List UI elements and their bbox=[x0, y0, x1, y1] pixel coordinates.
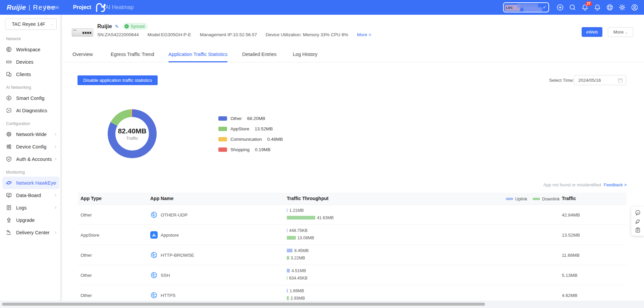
table-body: Other OTHER-UDP 1.21MB 41.63MB 42.84MB A… bbox=[78, 205, 627, 301]
sidebar-item-device-config[interactable]: Device Config > bbox=[2, 140, 59, 153]
sync-status-badge: ✓ Synced bbox=[123, 23, 148, 30]
chat-bubble-icon[interactable] bbox=[635, 210, 641, 215]
chevron-right-icon: > bbox=[55, 193, 57, 198]
date-input[interactable] bbox=[578, 75, 615, 85]
sidebar-item-delivery-center[interactable]: Delivery Center > bbox=[2, 226, 59, 239]
project-search-select[interactable]: LOC ✓ bbox=[503, 2, 549, 12]
throughput-bars: 1.21MB 41.63MB bbox=[287, 207, 334, 222]
legend-item: Other 68.20MB bbox=[218, 113, 283, 124]
legend-chip-communication bbox=[218, 137, 227, 141]
donut-legend: Other 68.20MB AppStore 13.52MB Communica… bbox=[218, 113, 283, 155]
nav-item-ai-heatmap[interactable]: AI Heatmap bbox=[105, 4, 133, 10]
sidebar-item-label: AI Diagnostics bbox=[16, 108, 47, 113]
table-row[interactable]: AppStore Appstore 448.75KB 13.08MB 13.52… bbox=[78, 225, 627, 245]
brand-ruijie: Ruijie bbox=[7, 4, 26, 11]
date-picker[interactable] bbox=[574, 75, 626, 85]
donut-total-value: 82.40MB bbox=[118, 127, 146, 135]
column-header-app-name: App Name bbox=[150, 196, 173, 201]
sidebar-item-network-wide[interactable]: Network-Wide > bbox=[2, 128, 59, 140]
tab-overview[interactable]: Overview bbox=[72, 49, 93, 62]
search-text: LOC bbox=[506, 6, 513, 9]
nav-item-project[interactable]: Project bbox=[73, 4, 91, 10]
brand-divider: | bbox=[29, 4, 30, 11]
horizontal-scrollbar-thumb[interactable] bbox=[2, 303, 485, 306]
downlink-bar bbox=[287, 216, 315, 220]
tab-detailed-entries[interactable]: Detailed Entries bbox=[242, 49, 276, 62]
settings-gear-icon[interactable] bbox=[619, 4, 626, 11]
tab-log-history[interactable]: Log History bbox=[293, 49, 317, 62]
cell-traffic: 11.68MB bbox=[562, 253, 580, 258]
sidebar-item-auth-accounts[interactable]: Auth & Accounts > bbox=[2, 153, 59, 165]
search-icon[interactable] bbox=[569, 4, 576, 11]
sidebar-item-devices[interactable]: Devices bbox=[2, 56, 59, 68]
cell-traffic: 42.84MB bbox=[562, 212, 580, 218]
pen-feedback-icon[interactable] bbox=[635, 219, 641, 224]
legend-name: AppStore bbox=[230, 126, 249, 131]
section-label-monitoring: Monitoring bbox=[0, 165, 62, 177]
table-row[interactable]: Other OTHER-UDP 1.21MB 41.63MB 42.84MB bbox=[78, 205, 627, 225]
chevron-right-icon: > bbox=[55, 180, 57, 185]
more-dropdown-button[interactable]: More⌄ bbox=[608, 27, 633, 37]
language-globe-icon[interactable] bbox=[606, 4, 613, 11]
legend-value: 68.20MB bbox=[247, 116, 265, 121]
legend-item: Shopping 0.19MB bbox=[218, 144, 283, 155]
cell-app-type: AppStore bbox=[80, 233, 99, 238]
workspace-icon bbox=[6, 47, 12, 52]
eweb-button[interactable]: eWeb bbox=[582, 27, 602, 37]
uplink-value: 4.51MB bbox=[291, 268, 306, 273]
sidebar-item-smart-config[interactable]: Smart Config bbox=[2, 92, 59, 104]
legend-item: Communication 0.48MB bbox=[218, 134, 283, 144]
cell-app-name: HTTP-BROWSE bbox=[161, 253, 194, 258]
sidebar-scrollbar-track[interactable] bbox=[60, 15, 62, 308]
device-more-link[interactable]: More > bbox=[357, 32, 371, 37]
chevron-right-icon: > bbox=[55, 205, 57, 210]
sidebar-item-upgrade[interactable]: Upgrade bbox=[2, 214, 59, 226]
sidebar-item-label: Devices bbox=[16, 59, 34, 65]
device-name: Ruijie bbox=[97, 23, 112, 29]
uplink-bar bbox=[287, 208, 287, 212]
legend-item: AppStore 13.52MB bbox=[218, 124, 283, 134]
account-user-icon[interactable] bbox=[631, 4, 638, 11]
sidebar-item-clients[interactable]: Clients bbox=[2, 68, 59, 80]
sidebar-item-label: Auth & Accounts bbox=[16, 157, 52, 162]
globe-app-icon bbox=[150, 211, 158, 219]
downlink-value: 13.08MB bbox=[298, 236, 314, 240]
horizontal-scrollbar-track[interactable] bbox=[0, 301, 644, 308]
table-row[interactable]: Other SSH 4.51MB 634.45KB 5.13MB bbox=[78, 265, 627, 285]
edit-pencil-icon[interactable]: ✎ bbox=[115, 24, 119, 29]
globe-app-icon bbox=[150, 251, 158, 259]
downlink-value: 3.22MB bbox=[291, 256, 305, 260]
alarm-bell-icon[interactable] bbox=[594, 4, 601, 11]
tab-application-traffic-statistics[interactable]: Application Traffic Statistics bbox=[168, 49, 227, 62]
sidebar-item-data-board[interactable]: Data-Board > bbox=[2, 189, 59, 201]
notification-bell-icon[interactable]: 27 bbox=[581, 4, 589, 11]
table-row[interactable]: Other HTTP-BROWSE 8.45MB 3.22MB 11.68MB bbox=[78, 245, 627, 265]
column-header-traffic-throughput: Traffic Throughput bbox=[287, 196, 328, 201]
device-sn: SN:ZAS4222000644 bbox=[97, 32, 139, 37]
section-label-ai-networking: AI Networking bbox=[0, 80, 62, 92]
cell-app-name: OTHER-UDP bbox=[161, 212, 187, 218]
donut-total-label: Traffic bbox=[126, 136, 138, 141]
log-document-icon bbox=[6, 205, 12, 210]
sidebar-item-network-hawkeye[interactable]: Network HawkEye > bbox=[2, 177, 59, 189]
feedback-link[interactable]: Feedback > bbox=[604, 182, 627, 187]
legend-name: Shopping bbox=[230, 147, 250, 152]
add-circle-icon[interactable] bbox=[556, 4, 564, 11]
upgrade-arrow-icon bbox=[6, 217, 12, 223]
sidebar-item-ai-diagnostics[interactable]: AI AI Diagnostics bbox=[2, 104, 59, 117]
clipboard-icon[interactable] bbox=[635, 227, 641, 233]
uplink-value: 8.45MB bbox=[294, 248, 309, 253]
uplink-legend-dash bbox=[506, 198, 513, 200]
sidebar-item-workspace[interactable]: Workspace bbox=[2, 43, 59, 56]
sidebar-item-logs[interactable]: Logs > bbox=[2, 201, 59, 214]
floating-support-panel bbox=[631, 207, 644, 236]
shield-icon bbox=[6, 156, 12, 162]
legend-chip-other bbox=[218, 116, 227, 121]
project-selector-dropdown[interactable]: TAC Reyee 14F ⌄ bbox=[5, 18, 57, 30]
check-icon: ✓ bbox=[124, 24, 129, 28]
disable-app-traffic-stats-button[interactable]: Disable application traffic statistics bbox=[77, 75, 158, 85]
nav-item-home[interactable]: Home bbox=[45, 4, 59, 10]
tab-egress-traffic-trend[interactable]: Egress Traffic Trend bbox=[111, 49, 154, 62]
table-row[interactable]: Other HTTPS 1.69MB 2.93MB 4.62MB bbox=[78, 285, 627, 301]
chevron-right-icon: > bbox=[55, 144, 57, 149]
